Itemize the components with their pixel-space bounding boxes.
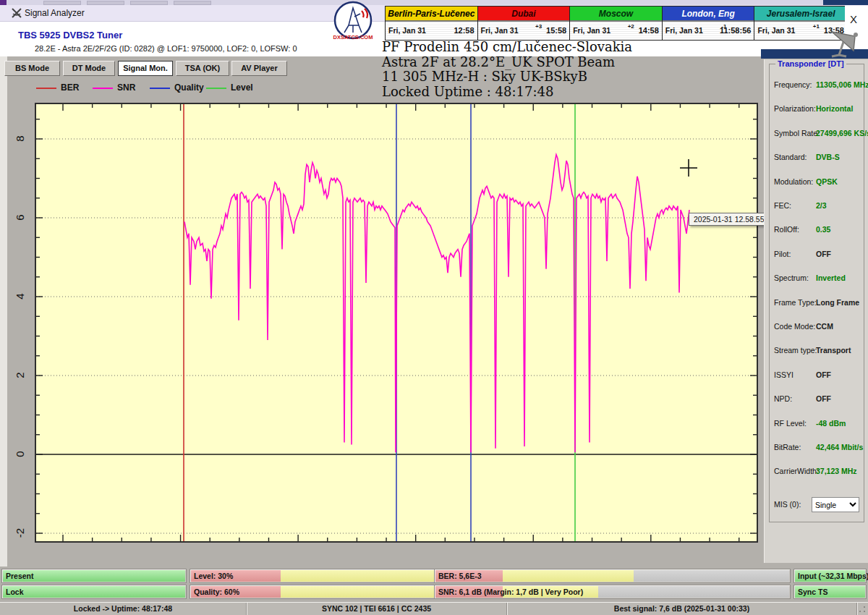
tuner-name: TBS 5925 DVBS2 Tuner: [18, 30, 122, 41]
transponder-row: CarrierWidth:37,123 MHz: [770, 467, 864, 481]
transponder-row-label: CarrierWidth:: [774, 467, 819, 475]
transponder-row-value: 2/3: [816, 201, 827, 210]
transponder-row-value: 11305,006 MHz: [816, 80, 868, 89]
ytick-2: 2: [14, 365, 26, 386]
transponder-row-label: Code Mode:: [774, 322, 815, 331]
transponder-row-label: Symbol Rate:: [774, 129, 820, 137]
clock-utc-offset: +3: [535, 23, 542, 30]
transponder-row-value: 27499,696 KS/s: [816, 129, 868, 137]
window-left-edge: [0, 56, 7, 567]
clock-berlin: Berlin-Paris-Lučenec Fri, Jan 31 12:58: [386, 7, 478, 40]
clock-dubai: Dubai Fri, Jan 31 +3 15:58: [478, 7, 571, 40]
snr-trace-canvas: [36, 104, 757, 541]
satellite-dish-icon: [822, 26, 864, 58]
transponder-row: Code Mode:CCM: [770, 322, 864, 336]
transponder-row: Frequency:11305,006 MHz: [770, 80, 864, 95]
gauge-segment-yellow: [503, 570, 634, 582]
tab-dt-mode[interactable]: DT Mode: [63, 61, 115, 76]
transponder-row-value: OFF: [816, 250, 831, 258]
ytick-8: 8: [14, 128, 26, 150]
clock-moscow: Moscow Fri, Jan 31 +2 14:58: [570, 7, 663, 40]
transponder-row: BitRate:42,464 Mbit/s: [770, 443, 864, 457]
transponder-row-value: -48 dBm: [816, 419, 846, 428]
status-best-signal: Best signal: 7,6 dB (2025-01-31 00:33): [507, 603, 857, 615]
gauge-sync-ts: Sync TS: [793, 585, 867, 599]
transponder-row: NPD:OFF: [770, 394, 864, 409]
transponder-row-label: Polarization:: [774, 104, 816, 113]
ytick-0: 0: [14, 444, 26, 465]
transponder-row: ISSYIOFF: [770, 370, 864, 385]
transponder-row: Polarization:Horizontal: [770, 104, 864, 119]
status-locked-uptime: Locked -> Uptime: 48:17:48: [0, 603, 247, 615]
transponder-row-value: 42,464 Mbit/s: [816, 443, 863, 451]
legend-label-level: Level: [231, 82, 253, 93]
close-icon[interactable]: X: [850, 13, 857, 25]
chart-legend: BER SNR Quality Level: [0, 82, 760, 96]
clock-utc-offset: +1: [813, 23, 820, 30]
transponder-row-value: DVB-S: [816, 153, 840, 161]
resize-grip[interactable]: [858, 605, 867, 614]
transponder-row-value: 37,123 MHz: [816, 467, 857, 475]
legend-label-ber: BER: [61, 82, 79, 93]
ber-line-swatch: [36, 88, 56, 89]
transponder-row-label: NPD:: [774, 394, 792, 403]
status-sync-counters: SYNC 102 | TEI 6616 | CC 2435: [247, 603, 507, 615]
tab-tsa[interactable]: TSA (OK): [176, 61, 229, 76]
clock-date: Fri, Jan 31: [481, 26, 519, 35]
transponder-row-label: Modulation:: [774, 177, 813, 186]
clock-london: London, Eng Fri, Jan 31 -1 11:58:56: [663, 7, 755, 40]
gauge-snr: SNR: 6,1 dB (Margin: 1,7 dB | Very Poor): [434, 585, 791, 599]
transponder-row-label: Frame Type:: [774, 298, 817, 307]
transponder-row-label: RollOff:: [774, 225, 799, 234]
transponder-row: Stream type:Transport: [770, 346, 864, 360]
window-title: Signal Analyzer: [25, 8, 85, 18]
transponder-row-label: Stream type:: [774, 346, 817, 355]
clock-time: 15:58: [546, 26, 566, 35]
transponder-row-value: Long Frame: [816, 298, 859, 307]
annotation-line-antenna: PF Prodelin 450 cm/Lučenec-Slovakia: [382, 40, 632, 55]
transponder-row: Spectrum:Inverted: [770, 273, 864, 288]
transponder-row-label: RF Level:: [774, 419, 807, 428]
clock-city-label: Dubai: [478, 7, 570, 22]
transponder-row-value: Transport: [816, 346, 851, 355]
gauge-segment-green: [3, 586, 185, 598]
transponder-row-label: Frequency:: [774, 80, 812, 89]
tab-signal-mon[interactable]: Signal Mon.: [118, 61, 173, 76]
transponder-title: Transponder [DT]: [775, 59, 846, 68]
transponder-groupbox: Transponder [DT] MIS (0): Single Frequen…: [769, 64, 864, 522]
quality-line-swatch: [150, 88, 170, 89]
transponder-row-value: Inverted: [816, 273, 846, 282]
transponder-row-label: Pilot:: [774, 250, 791, 258]
transponder-row: Frame Type:Long Frame: [770, 298, 864, 313]
clock-time: 12:58: [454, 26, 474, 35]
transponder-row-value: 0.35: [816, 225, 830, 234]
transponder-row: Pilot:OFF: [770, 250, 864, 264]
snr-line-swatch: [93, 88, 113, 89]
mis-label: MIS (0):: [774, 500, 801, 509]
signal-chart-plot[interactable]: [35, 103, 758, 543]
clock-city-label: London, Eng: [663, 7, 754, 22]
transponder-row-value: OFF: [816, 370, 831, 379]
world-clock-widget: Berlin-Paris-Lučenec Fri, Jan 31 12:58 D…: [385, 6, 848, 41]
transponder-row: Standard:DVB-S: [770, 153, 864, 167]
transponder-row-value: CCM: [816, 322, 833, 331]
transponder-row-label: Standard:: [774, 153, 807, 161]
gauge-lock: Lock: [1, 585, 187, 599]
clock-date: Fri, Jan 31: [388, 26, 426, 35]
dxsatcs-logo: DXSATCS.COM: [327, 1, 379, 43]
tab-bs-mode[interactable]: BS Mode: [4, 61, 60, 76]
transponder-row: RollOff:0.35: [770, 225, 864, 239]
clock-city-label: Moscow: [570, 7, 662, 22]
transponder-row-label: ISSYI: [774, 370, 793, 379]
transponder-row-label: Spectrum:: [774, 273, 809, 282]
ytick-neg2: -2: [14, 522, 26, 544]
gauge-ber: BER: 5,6E-3: [434, 569, 791, 583]
clock-utc-offset: +2: [628, 23, 634, 30]
annotation-line-satellite: Astra 2F at 28.2°E_UK SPOT Beam: [382, 55, 632, 70]
mis-select[interactable]: Single: [812, 497, 859, 512]
tab-av-player[interactable]: AV Player: [231, 61, 287, 76]
transponder-row-value: QPSK: [816, 177, 838, 186]
transponder-row-value: Horizontal: [816, 104, 853, 113]
transponder-row: FEC:2/3: [770, 201, 864, 216]
transponder-row-label: FEC:: [774, 201, 791, 210]
